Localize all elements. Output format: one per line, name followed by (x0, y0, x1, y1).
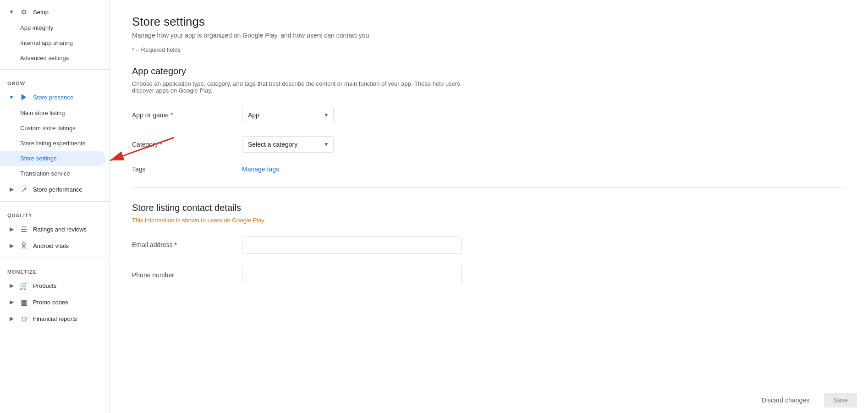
sidebar-item-products-label: Products (33, 282, 56, 289)
sidebar-group-monetize: Monetize (0, 262, 110, 277)
ratings-icon: ☰ (19, 225, 28, 234)
sidebar-item-advanced-settings[interactable]: Advanced settings (0, 50, 106, 66)
category-select-wrapper: Select a category Art & Design Books & R… (242, 136, 334, 153)
email-input[interactable] (242, 237, 462, 254)
sidebar-item-main-store-listing[interactable]: Main store listing (0, 105, 106, 121)
save-button[interactable]: Save (824, 393, 857, 407)
app-category-title: App category (132, 66, 846, 77)
email-row: Email address * (132, 237, 846, 254)
chevron-right-icon-promo: ▶ (7, 298, 16, 306)
main-content: Store settings Manage how your app is or… (110, 0, 868, 413)
app-or-game-field: App Game ▼ (242, 107, 471, 123)
contact-details-title: Store listing contact details (132, 203, 846, 213)
sidebar-group-quality: Quality (0, 205, 110, 221)
sidebar-group-grow: Grow (0, 73, 110, 89)
sidebar-section-setup[interactable]: ▼ ⚙ Setup (0, 4, 110, 20)
section-divider (132, 187, 846, 188)
phone-input[interactable] (242, 267, 462, 284)
sidebar-section-promo-codes[interactable]: ▶ ▦ Promo codes (0, 294, 110, 310)
phone-field-wrapper (242, 267, 471, 284)
sidebar-section-financial-reports[interactable]: ▶ ⊙ Financial reports (0, 310, 110, 327)
page-title: Store settings (132, 15, 846, 29)
sidebar-divider-3 (0, 258, 110, 258)
chevron-right-icon-products: ▶ (7, 281, 16, 290)
sidebar-section-ratings[interactable]: ▶ ☰ Ratings and reviews (0, 221, 110, 237)
category-select[interactable]: Select a category Art & Design Books & R… (242, 136, 334, 153)
chevron-down-icon: ▼ (7, 8, 16, 16)
chevron-right-icon-vitals: ▶ (7, 242, 16, 250)
sidebar-item-financial-reports-label: Financial reports (33, 315, 77, 322)
app-or-game-label: App or game * (132, 107, 242, 119)
cart-icon: 🛒 (19, 281, 28, 290)
financial-icon: ⊙ (19, 314, 28, 323)
manage-tags-link[interactable]: Manage tags (242, 165, 279, 173)
app-or-game-row: App or game * App Game ▼ (132, 107, 846, 123)
sidebar-section-android-vitals[interactable]: ▶ Android vitals (0, 237, 110, 254)
sidebar-section-store-presence[interactable]: ▼ Store presence (0, 89, 110, 105)
trend-icon: ↗ (19, 185, 28, 194)
sidebar-item-translation-service[interactable]: Translation service (0, 166, 106, 181)
email-label: Email address * (132, 237, 242, 248)
bottom-bar: Discard changes Save (110, 387, 868, 413)
required-note: * – Required fields (132, 46, 846, 53)
tags-row: Tags Manage tags (132, 165, 846, 173)
contact-details-notice: This information is shown to users on Go… (132, 217, 846, 224)
chevron-right-icon-perf: ▶ (7, 185, 16, 193)
app-category-desc: Choose an application type, category, an… (132, 80, 471, 94)
sidebar-item-promo-codes-label: Promo codes (33, 299, 68, 306)
sidebar-item-android-vitals-label: Android vitals (33, 242, 69, 249)
svg-marker-0 (22, 94, 27, 100)
gear-icon: ⚙ (19, 7, 28, 17)
sidebar-item-store-settings[interactable]: Store settings (0, 151, 106, 166)
sidebar-section-products[interactable]: ▶ 🛒 Products (0, 277, 110, 294)
sidebar-section-setup-label: Setup (33, 9, 49, 16)
tags-label: Tags (132, 165, 242, 173)
sidebar-item-internal-app-sharing[interactable]: Internal app sharing (0, 35, 106, 50)
vitals-icon (19, 241, 28, 250)
chevron-down-icon-store: ▼ (7, 93, 16, 101)
category-label: Category * (132, 136, 242, 148)
sidebar-section-store-performance-label: Store performance (33, 186, 82, 193)
category-field: Select a category Art & Design Books & R… (242, 136, 471, 153)
chevron-right-icon-financial: ▶ (7, 314, 16, 323)
sidebar-section-store-presence-label: Store presence (33, 94, 73, 101)
email-field-wrapper (242, 237, 471, 254)
app-or-game-select-wrapper: App Game ▼ (242, 107, 334, 123)
sidebar-divider-2 (0, 201, 110, 202)
phone-label: Phone number (132, 267, 242, 279)
app-or-game-select[interactable]: App Game (242, 107, 334, 123)
sidebar-item-store-listing-experiments[interactable]: Store listing experiments (0, 136, 106, 151)
discard-changes-button[interactable]: Discard changes (753, 393, 819, 407)
page-subtitle: Manage how your app is organized on Goog… (132, 32, 846, 39)
chevron-right-icon-ratings: ▶ (7, 225, 16, 233)
sidebar-item-app-integrity[interactable]: App integrity (0, 20, 106, 35)
sidebar-section-store-performance[interactable]: ▶ ↗ Store performance (0, 181, 110, 198)
promo-icon: ▦ (19, 297, 28, 307)
phone-row: Phone number (132, 267, 846, 284)
sidebar-item-ratings-label: Ratings and reviews (33, 226, 87, 233)
sidebar: ▼ ⚙ Setup App integrity Internal app sha… (0, 0, 110, 413)
sidebar-item-custom-store-listings[interactable]: Custom store listings (0, 121, 106, 136)
sidebar-divider-1 (0, 69, 110, 70)
category-row: Category * Select a category Art & Desig… (132, 136, 846, 153)
store-presence-icon (19, 93, 28, 102)
